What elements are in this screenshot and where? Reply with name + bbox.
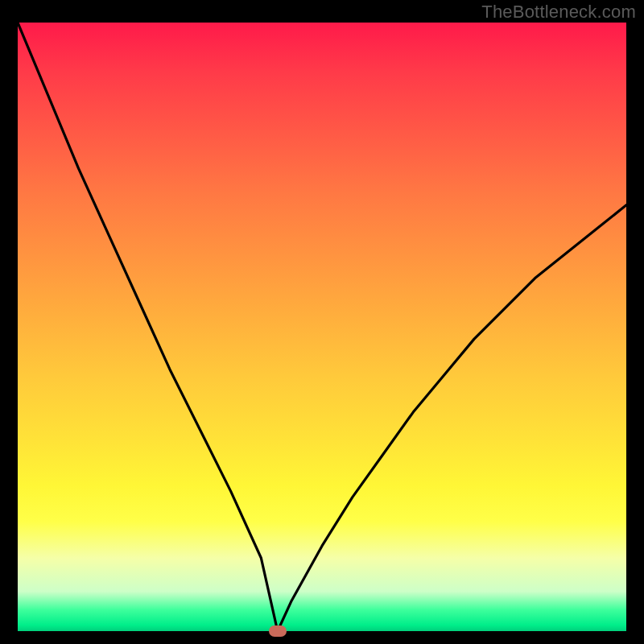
watermark-text: TheBottleneck.com xyxy=(481,2,636,23)
plot-area xyxy=(18,23,626,631)
bottleneck-curve xyxy=(18,23,626,631)
optimal-marker xyxy=(269,625,287,637)
curve-path xyxy=(18,23,626,631)
chart-frame: TheBottleneck.com xyxy=(0,0,644,644)
